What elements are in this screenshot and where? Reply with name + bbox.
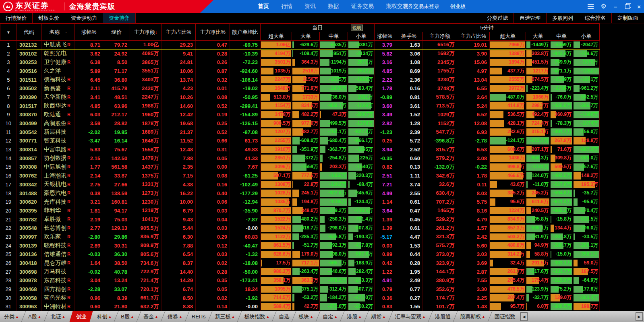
bottom-tab-板块[interactable]: 板块▲ [294, 311, 317, 322]
bottom-tab-分类[interactable]: 分类▲ [0, 311, 23, 322]
col-header-5m-s[interactable]: 小单 [573, 32, 600, 41]
minimize-icon[interactable]: – [614, 3, 617, 10]
col-header-today-xl[interactable]: 超大单 [261, 32, 292, 41]
tab-scroll-right-button[interactable]: ▶ [636, 312, 643, 321]
bottom-tab-科创[interactable]: 科创▲ [93, 311, 116, 322]
table-row[interactable]: 21300782卓胜微R2.1975.031041万9.430.04-7.871… [0, 215, 644, 224]
bottom-tab-北证[interactable]: 北证▲ [47, 311, 70, 322]
menu-item[interactable]: 首页 [258, 3, 269, 10]
col-header-code[interactable]: 代码 [17, 24, 41, 41]
bottom-tab-港股[interactable]: 港股▲ [343, 311, 366, 322]
table-row[interactable]: 13300814中富电路R5.8375.671558万12.480.3149.8… [0, 145, 644, 154]
table-row[interactable]: 4300516久之洋5.8971.173551万10.060.87-924.60… [0, 67, 644, 76]
toolbar-item[interactable]: 自选管理 [514, 13, 546, 23]
col-header-retail-ratio[interactable]: 散户单增比 [230, 24, 261, 41]
layout-grid-icon[interactable] [588, 4, 594, 9]
table-row[interactable]: 18301488豪恩汽电R0.38138.591273万16.220.40-17… [0, 189, 644, 198]
toolbar-item[interactable]: 定制版面 [611, 13, 644, 23]
toolbar-item[interactable]: 封板竞价 [33, 13, 65, 23]
col-header-main-net-ratio[interactable]: 主力净比% [196, 24, 230, 41]
bottom-tab-期货[interactable]: 期货▲ [367, 311, 390, 322]
cell: 1273万 [130, 189, 162, 198]
table-row[interactable]: 17300342天银机电R2.7527.661331万4.380.16-102.… [0, 180, 644, 189]
col-header-today-m[interactable]: 中单 [320, 32, 348, 41]
table-row[interactable]: 6300502新易盛R2.11415.782420万4.230.01-19.02… [0, 84, 644, 93]
table-row[interactable]: 22300548长芯博创R2.77129.13905.5万5.440.03-0.… [0, 224, 644, 233]
menu-item[interactable]: 数据 [328, 3, 339, 10]
bar-value: 590.5万 [555, 163, 572, 171]
bottom-tab-自定[interactable]: 自定▲ [319, 311, 342, 322]
bottom-tab-新三板[interactable]: 新三板▲ [211, 311, 239, 322]
menu-item[interactable]: 证券交易 [351, 3, 374, 10]
table-row[interactable]: 31300963中洲特材R0.6021.80632.2万8.880.14-0.0… [0, 302, 644, 311]
menu-item[interactable]: 行情 [281, 3, 292, 10]
col-header-main-net[interactable]: 主力净额↓ [130, 24, 162, 41]
status-text[interactable]: 创业板 [450, 3, 466, 10]
status-text[interactable]: 证券交易未登录 [403, 3, 439, 10]
toolbar-item[interactable]: 资金驱动力 [65, 13, 103, 23]
bottom-tab-REITs[interactable]: REITs [188, 311, 210, 322]
col-header-5m-turnover[interactable]: 换手% [395, 32, 423, 41]
menu-item[interactable]: 资讯 [304, 3, 316, 10]
inflow-bar [490, 260, 493, 267]
table-row[interactable]: 2300102乾照光电3.6224.924085万9.410.28-10.394… [0, 49, 644, 58]
toolbar-item[interactable]: 分类过滤 [481, 13, 514, 23]
bottom-tab-港股通[interactable]: 港股通 [431, 311, 455, 322]
bottom-tab-自选[interactable]: 自选 [275, 311, 293, 322]
settings-gear-icon[interactable]: ⚙ [601, 3, 607, 10]
table-row[interactable]: 16300762上海瀚讯R2.1433.871375万7.150.08-81.2… [0, 171, 644, 180]
col-header-5m-l[interactable]: 大单 [526, 32, 550, 41]
table-row[interactable]: 24300139晓程科技R2.8930.31809.9万7.880.12-40.… [0, 241, 644, 250]
table-row[interactable]: 3300253卫宁健康R6.388.503865万24.810.26-72.23… [0, 58, 644, 67]
table-row[interactable]: 8301517陕西华达R4.8563.961988万14.600.52-299.… [0, 101, 644, 110]
filter-dropdown[interactable]: ▼ [0, 24, 17, 41]
col-header-price[interactable]: 现价 [103, 24, 130, 41]
col-header-name[interactable]: 名称· [41, 24, 75, 41]
bottom-tab-A股[interactable]: A股▲ [24, 311, 46, 322]
bottom-tab-股票期权[interactable]: 股票期权▲ [456, 311, 489, 322]
col-header-5m-xl[interactable]: 超大单 [490, 32, 526, 41]
table-row[interactable]: 30300058蓝色光标R0.968.39661.3万8.500.02-1.92… [0, 293, 644, 302]
table-row[interactable]: 10300499高澜股份R3.5928.821878万19.680.25-126… [0, 119, 644, 128]
note-button[interactable]: 说明 [351, 25, 363, 31]
table-row[interactable]: 25300136信维通信R-0.0336.30805.6万6.540.03-1.… [0, 250, 644, 259]
col-header-change[interactable]: 涨幅% [75, 24, 103, 41]
table-row[interactable]: 14300857协创数据R2.15142.501479万7.880.0541.3… [0, 154, 644, 163]
table-row[interactable]: 29300468四方精创R-2.2833.07720.1万6.740.0518.… [0, 285, 644, 294]
bottom-tab-板块指数[interactable]: 板块指数▲ [240, 311, 273, 322]
bottom-tab-基金[interactable]: 基金▲ [139, 311, 162, 322]
table-row[interactable]: 28300978东箭科技R3.0413.24721.4万14.290.35-17… [0, 276, 644, 285]
col-header-5m-change[interactable]: 涨幅% [375, 32, 395, 41]
bottom-tab-国证指数[interactable]: 国证指数 [491, 311, 520, 322]
table-row[interactable]: 12300771智莱科技-3.4716.141646万11.520.6661.7… [0, 136, 644, 145]
col-header-main-ratio[interactable]: 主力占比% [162, 24, 196, 41]
table-row[interactable]: 20300395菲利华R1.8194.171219万6.790.03-35.90… [0, 206, 644, 215]
table-row[interactable]: 15300308中际旭创R1.77561.581437万2.350.007.67… [0, 163, 644, 171]
col-header-5m-main-net[interactable]: 主力净额 [423, 32, 457, 41]
tab-scroll-left-button[interactable]: ◀ [520, 312, 528, 321]
toolbar-item[interactable]: 行情报价 [0, 13, 33, 23]
bottom-tab-汇率与宏观[interactable]: 汇率与宏观▲ [391, 311, 430, 322]
col-header-today-l[interactable]: 大单 [292, 32, 320, 41]
bottom-tab-B股[interactable]: B股▲ [117, 311, 138, 322]
col-header-today-s[interactable]: 小单 [348, 32, 375, 41]
restore-icon[interactable] [625, 4, 630, 9]
table-row[interactable]: 19300620光库科技R3.21160.811230万10.000.06-12… [0, 198, 644, 206]
close-icon[interactable]: × [637, 3, 641, 10]
toolbar-item[interactable]: 多股同列 [546, 13, 579, 23]
toolbar-item[interactable]: 资金博弈 [103, 13, 136, 23]
table-row[interactable]: 11300542新晨科技-2.0219.851689万21.370.52-87.… [0, 128, 644, 136]
toolbar-item[interactable]: 综合排名 [579, 13, 611, 23]
cell: 0.06 [196, 198, 230, 206]
col-header-5m-main-ratio[interactable]: 主力占比% [457, 32, 490, 41]
table-row[interactable]: 23300997欢乐家R-2.8029.86836.9万6.300.2960.8… [0, 233, 644, 242]
table-row[interactable]: 5301511德福科技R6.4536.803403万13.740.32-106.… [0, 75, 644, 84]
table-row[interactable]: 7300390天华新能R3.4148.512247万10.260.08-50.9… [0, 93, 644, 102]
col-header-5m-m[interactable]: 中单 [550, 32, 573, 41]
bottom-tab-债券[interactable]: 债券▲ [164, 311, 186, 322]
table-row[interactable]: 26300418昆仑万维R1.6438.50734.6万8.370.02-18.… [0, 259, 644, 268]
table-row[interactable]: 1302132中航成飞R8.7179.721.00亿29.230.47-89.7… [0, 41, 644, 50]
table-row[interactable]: 27300698万马科技-0.0240.78722.9万14.400.28-50… [0, 267, 644, 276]
bottom-tab-创业[interactable]: 创业 [69, 311, 93, 322]
table-row[interactable]: 9300870欧陆通R6.03212.171960万12.420.19-154.… [0, 110, 644, 119]
